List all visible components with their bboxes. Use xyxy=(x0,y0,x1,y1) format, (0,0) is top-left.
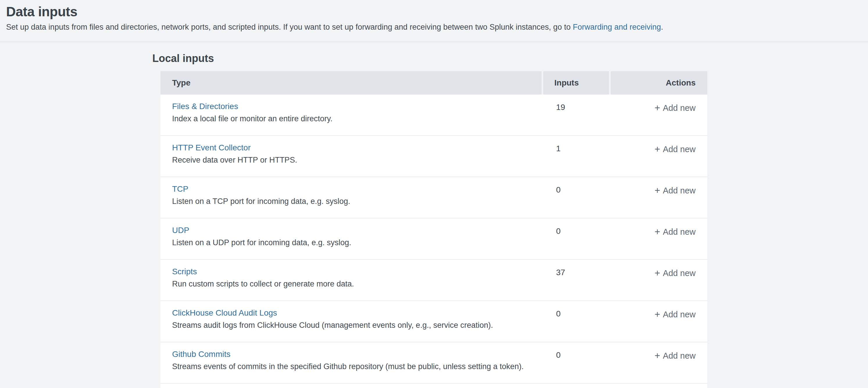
add-new-button[interactable]: +Add new xyxy=(655,185,695,196)
page-title: Data inputs xyxy=(6,4,861,20)
type-cell: Github Commits Streams events of commits… xyxy=(160,342,543,383)
actions-cell: +Add new xyxy=(611,94,707,135)
forwarding-and-receiving-link[interactable]: Forwarding and receiving xyxy=(573,23,661,31)
actions-cell: +Add new xyxy=(611,177,707,218)
type-cell: HTTP Event Collector Receive data over H… xyxy=(160,136,543,177)
add-new-label: Add new xyxy=(663,351,695,360)
input-type-link[interactable]: HTTP Event Collector xyxy=(172,143,251,152)
type-cell: Files & Directories Index a local file o… xyxy=(160,94,543,135)
main-content: Local inputs Type Inputs Actions Files &… xyxy=(152,42,868,388)
table-row: Scripts Run custom scripts to collect or… xyxy=(160,260,707,301)
actions-cell: +Add new xyxy=(611,218,707,259)
table-header-row: Type Inputs Actions xyxy=(160,71,707,94)
input-type-description: Listen on a TCP port for incoming data, … xyxy=(172,197,537,206)
page-subtitle-period: . xyxy=(661,23,663,31)
type-cell: ClickHouse Cloud Audit Logs Streams audi… xyxy=(160,301,543,342)
plus-icon: + xyxy=(655,144,660,154)
type-cell: Scripts Run custom scripts to collect or… xyxy=(160,260,543,300)
inputs-count: 1 xyxy=(543,136,611,177)
input-type-description: Streams audit logs from ClickHouse Cloud… xyxy=(172,321,537,330)
add-new-button[interactable]: +Add new xyxy=(655,308,695,320)
inputs-count: 0 xyxy=(543,177,611,218)
add-new-label: Add new xyxy=(663,186,695,195)
type-cell: UDP Listen on a UDP port for incoming da… xyxy=(160,218,543,259)
add-new-label: Add new xyxy=(663,310,695,319)
input-type-link[interactable]: ClickHouse Cloud Audit Logs xyxy=(172,308,277,317)
add-new-label: Add new xyxy=(663,268,695,278)
inputs-count: 37 xyxy=(543,260,611,300)
input-type-description: Receive data over HTTP or HTTPS. xyxy=(172,156,537,164)
add-new-button[interactable]: +Add new xyxy=(655,143,695,154)
local-inputs-table: Type Inputs Actions Files & Directories … xyxy=(160,71,707,388)
actions-cell: +Add new xyxy=(611,342,707,383)
input-type-link[interactable]: TCP xyxy=(172,185,188,193)
table-row: Files & Directories Index a local file o… xyxy=(160,94,707,136)
type-cell: TCP Listen on a TCP port for incoming da… xyxy=(160,177,543,218)
plus-icon: + xyxy=(655,226,660,237)
table-row-partial xyxy=(160,384,707,388)
table-body: Files & Directories Index a local file o… xyxy=(160,94,707,384)
actions-cell: +Add new xyxy=(611,301,707,342)
plus-icon: + xyxy=(655,268,660,278)
table-row: UDP Listen on a UDP port for incoming da… xyxy=(160,218,707,260)
add-new-label: Add new xyxy=(663,145,695,154)
inputs-count: 0 xyxy=(543,301,611,342)
input-type-description: Listen on a UDP port for incoming data, … xyxy=(172,238,537,247)
page-header: Data inputs Set up data inputs from file… xyxy=(0,0,868,42)
input-type-link[interactable]: Scripts xyxy=(172,267,197,276)
actions-cell: +Add new xyxy=(611,260,707,300)
input-type-link[interactable]: UDP xyxy=(172,226,189,235)
inputs-count: 0 xyxy=(543,342,611,383)
add-new-label: Add new xyxy=(663,103,695,113)
plus-icon: + xyxy=(655,185,660,196)
page-subtitle-text: Set up data inputs from files and direct… xyxy=(6,23,573,31)
local-inputs-heading: Local inputs xyxy=(152,53,868,64)
input-type-link[interactable]: Files & Directories xyxy=(172,102,238,111)
plus-icon: + xyxy=(655,309,660,320)
input-type-description: Run custom scripts to collect or generat… xyxy=(172,279,537,288)
plus-icon: + xyxy=(655,102,660,113)
inputs-count: 19 xyxy=(543,94,611,135)
add-new-button[interactable]: +Add new xyxy=(655,267,695,278)
column-header-actions: Actions xyxy=(611,71,707,94)
table-row: ClickHouse Cloud Audit Logs Streams audi… xyxy=(160,301,707,342)
column-header-type: Type xyxy=(160,71,541,94)
inputs-count: 0 xyxy=(543,218,611,259)
add-new-button[interactable]: +Add new xyxy=(655,102,695,113)
table-row: TCP Listen on a TCP port for incoming da… xyxy=(160,177,707,218)
add-new-label: Add new xyxy=(663,227,695,236)
table-row: HTTP Event Collector Receive data over H… xyxy=(160,136,707,177)
actions-cell: +Add new xyxy=(611,136,707,177)
plus-icon: + xyxy=(655,350,660,361)
table-row: Github Commits Streams events of commits… xyxy=(160,342,707,384)
add-new-button[interactable]: +Add new xyxy=(655,226,695,237)
column-header-inputs: Inputs xyxy=(543,71,609,94)
add-new-button[interactable]: +Add new xyxy=(655,350,695,361)
input-type-link[interactable]: Github Commits xyxy=(172,350,230,359)
input-type-description: Index a local file or monitor an entire … xyxy=(172,114,537,123)
input-type-description: Streams events of commits in the specifi… xyxy=(172,362,537,371)
page-subtitle: Set up data inputs from files and direct… xyxy=(6,22,861,32)
